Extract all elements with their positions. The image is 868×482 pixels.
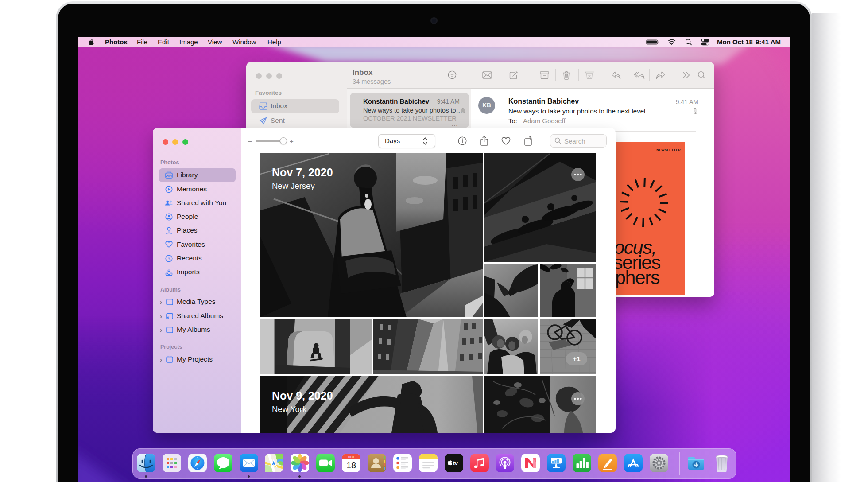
svg-text:18: 18 [346,460,356,470]
svg-text:tv: tv [453,460,458,466]
svg-text:OCT: OCT [348,455,354,459]
